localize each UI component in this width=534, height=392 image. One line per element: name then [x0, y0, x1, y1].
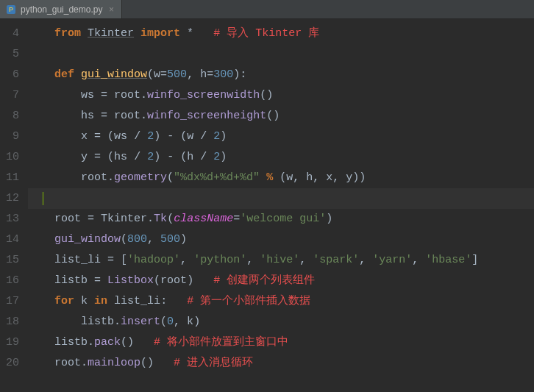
line-number: 4 — [0, 24, 19, 44]
code-line: gui_window(800, 500) — [28, 229, 534, 250]
line-number: 12 — [0, 188, 19, 209]
code-line: listb = Listbox(root) # 创建两个列表组件 — [28, 271, 534, 291]
code-area[interactable]: from Tkinter import * # 导入 Tkinter 库 def… — [28, 19, 534, 392]
file-tab[interactable]: P python_gui_demo.py × — [0, 0, 122, 18]
code-line: for k in list_li: # 第一个小部件插入数据 — [28, 291, 534, 312]
code-line: def gui_window(w=500, h=300): — [28, 65, 534, 85]
code-line: ws = root.winfo_screenwidth() — [28, 85, 534, 106]
python-file-icon: P — [6, 4, 16, 15]
code-line: y = (hs / 2) - (h / 2) — [28, 147, 534, 168]
svg-text:P: P — [9, 6, 13, 13]
line-number: 11 — [0, 168, 19, 188]
code-editor[interactable]: 4567891011121314151617181920 from Tkinte… — [0, 19, 534, 392]
line-number: 13 — [0, 209, 19, 229]
line-number: 6 — [0, 65, 19, 85]
code-line: root.mainloop() # 进入消息循环 — [28, 353, 534, 374]
code-line: root = Tkinter.Tk(className='welcome gui… — [28, 209, 534, 229]
line-number: 10 — [0, 147, 19, 168]
code-line: listb.insert(0, k) — [28, 312, 534, 332]
close-icon[interactable]: × — [107, 5, 115, 14]
line-number: 18 — [0, 312, 19, 332]
line-number: 7 — [0, 85, 19, 106]
line-number: 17 — [0, 291, 19, 312]
line-number: 20 — [0, 353, 19, 374]
code-line: from Tkinter import * # 导入 Tkinter 库 — [28, 24, 534, 44]
code-line: list_li = ['hadoop', 'python', 'hive', '… — [28, 250, 534, 271]
tab-bar: P python_gui_demo.py × — [0, 0, 534, 19]
code-line: root.geometry("%dx%d+%d+%d" % (w, h, x, … — [28, 168, 534, 188]
line-number: 16 — [0, 271, 19, 291]
code-line: x = (ws / 2) - (w / 2) — [28, 126, 534, 147]
tab-filename: python_gui_demo.py — [21, 4, 102, 15]
line-number: 9 — [0, 126, 19, 147]
line-number: 19 — [0, 332, 19, 353]
code-line: hs = root.winfo_screenheight() — [28, 106, 534, 126]
line-number-gutter: 4567891011121314151617181920 — [0, 19, 28, 392]
line-number: 14 — [0, 229, 19, 250]
line-number: 8 — [0, 106, 19, 126]
line-number: 15 — [0, 250, 19, 271]
code-line: listb.pack() # 将小部件放置到主窗口中 — [28, 332, 534, 353]
line-number: 5 — [0, 44, 19, 65]
code-line — [28, 44, 534, 65]
text-caret — [43, 192, 43, 205]
code-line-current — [28, 188, 534, 209]
